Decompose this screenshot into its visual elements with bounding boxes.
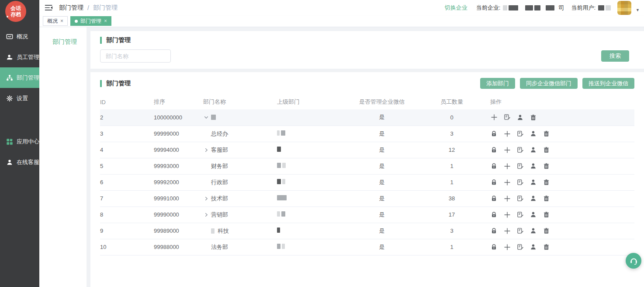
department-name: 行政部 [211, 178, 228, 186]
edit-icon[interactable] [516, 162, 524, 170]
column-header: 排序 [154, 94, 203, 109]
close-icon[interactable]: × [104, 18, 107, 24]
cell-manage-wechat: 是 [334, 109, 430, 126]
delete-icon[interactable] [543, 195, 550, 202]
lock-icon[interactable] [490, 162, 498, 170]
add-child-icon[interactable] [490, 114, 498, 121]
tab-部门管理[interactable]: 部门管理× [70, 16, 111, 26]
cell-parent-department [277, 126, 334, 142]
switch-company-link[interactable]: 切换企业 [445, 4, 467, 12]
main-column: 部门管理 / 部门管理 切换企业 当前企业: 司 当前用户: ▼ [39, 0, 644, 287]
tab-label: 部门管理 [80, 18, 101, 25]
add-child-icon[interactable] [503, 195, 511, 202]
filter-card: 部门管理 搜索 [90, 31, 644, 69]
members-icon[interactable] [516, 114, 524, 121]
sidebar-item-overview[interactable]: 概况 [0, 26, 39, 47]
members-icon[interactable] [530, 178, 537, 186]
members-icon[interactable] [530, 211, 537, 218]
expand-spacer [203, 163, 209, 169]
expand-right-icon[interactable] [203, 212, 209, 218]
delete-icon[interactable] [543, 178, 550, 186]
delete-icon[interactable] [543, 227, 550, 234]
edit-icon[interactable] [516, 130, 524, 137]
add-child-icon[interactable] [503, 130, 511, 137]
table-row: 699992000行政部是1 [100, 174, 634, 190]
edit-icon[interactable] [516, 178, 524, 186]
edit-icon[interactable] [516, 146, 524, 154]
edit-icon[interactable] [516, 243, 524, 251]
delete-icon[interactable] [543, 146, 550, 154]
members-icon[interactable] [530, 130, 537, 137]
add-child-icon[interactable] [503, 162, 511, 170]
members-icon[interactable] [530, 162, 537, 170]
expand-right-icon[interactable] [203, 196, 209, 202]
cell-operations [474, 206, 634, 223]
topbar-right: 切换企业 当前企业: 司 当前用户: ▼ [445, 1, 640, 15]
column-header: 是否管理企业微信 [334, 94, 430, 109]
members-icon[interactable] [530, 195, 537, 202]
sync-wecom-departments-button[interactable]: 同步企业微信部门 [520, 78, 578, 89]
add-child-icon[interactable] [503, 243, 511, 251]
lock-icon[interactable] [490, 243, 498, 251]
cell-department-name: 财务部 [203, 158, 277, 174]
table-header-row: ID排序部门名称上级部门是否管理企业微信员工数量操作 [100, 94, 634, 109]
collapse-sidebar-icon[interactable] [45, 4, 53, 11]
members-icon[interactable] [530, 146, 537, 154]
column-header: ID [100, 94, 154, 109]
department-name-input[interactable] [100, 49, 171, 63]
sidebar-item-employees[interactable]: 员工管理 [0, 47, 39, 67]
sidebar-item-settings[interactable]: 设置 [0, 88, 39, 108]
edit-icon[interactable] [516, 211, 524, 218]
lock-icon[interactable] [490, 195, 498, 202]
chevron-down-icon[interactable]: ▼ [636, 8, 640, 15]
redacted-company-name [503, 5, 556, 10]
add-child-icon[interactable] [503, 178, 511, 186]
filter-card-title: 部门管理 [100, 36, 629, 44]
add-child-icon[interactable] [503, 146, 511, 154]
headset-icon [629, 256, 638, 266]
breadcrumb-parent[interactable]: 部门管理 [59, 4, 83, 12]
column-header: 上级部门 [277, 94, 334, 109]
lock-icon[interactable] [490, 146, 498, 154]
cell-department-name: 法务部 [203, 239, 277, 255]
sidebar-item-label: 概况 [17, 33, 28, 41]
sidebar-item-departments[interactable]: 部门管理 [0, 67, 39, 88]
subsidebar-item-部门管理[interactable]: 部门管理 [39, 38, 87, 46]
delete-icon[interactable] [543, 243, 550, 251]
edit-icon[interactable] [516, 227, 524, 234]
expand-right-icon[interactable] [203, 147, 209, 153]
sub-sidebar: 部门管理 [39, 27, 87, 287]
lock-icon[interactable] [490, 130, 498, 137]
push-to-wecom-button[interactable]: 推送到企业微信 [582, 78, 634, 89]
edit-icon[interactable] [503, 114, 511, 121]
add-child-icon[interactable] [503, 227, 511, 234]
cell-operations [474, 126, 634, 142]
user-avatar[interactable] [617, 1, 631, 15]
members-icon[interactable] [530, 227, 537, 234]
delete-icon[interactable] [543, 130, 550, 137]
cell-id: 5 [100, 158, 154, 174]
add-child-icon[interactable] [503, 211, 511, 218]
tab-概况[interactable]: 概况× [43, 16, 68, 26]
expand-down-icon[interactable] [203, 114, 209, 120]
cell-department-name: 营销部 [203, 206, 277, 223]
delete-icon[interactable] [543, 162, 550, 170]
column-header: 部门名称 [203, 94, 277, 109]
sidebar-item-apps[interactable]: 应用中心 [0, 131, 39, 152]
lock-icon[interactable] [490, 211, 498, 218]
cell-parent-department [277, 239, 334, 255]
search-button[interactable]: 搜索 [601, 50, 629, 62]
delete-icon[interactable] [530, 114, 537, 121]
close-icon[interactable]: × [60, 18, 63, 24]
edit-icon[interactable] [516, 195, 524, 202]
customer-service-button[interactable] [626, 253, 641, 269]
lock-icon[interactable] [490, 178, 498, 186]
cell-id: 7 [100, 190, 154, 206]
lock-icon[interactable] [490, 227, 498, 234]
add-department-button[interactable]: 添加部门 [480, 78, 515, 89]
delete-icon[interactable] [543, 211, 550, 218]
table-row: 599993000财务部是1 [100, 158, 634, 174]
expand-spacer [203, 131, 209, 137]
members-icon[interactable] [530, 243, 537, 251]
sidebar-item-service[interactable]: 在线客服 [0, 152, 39, 172]
